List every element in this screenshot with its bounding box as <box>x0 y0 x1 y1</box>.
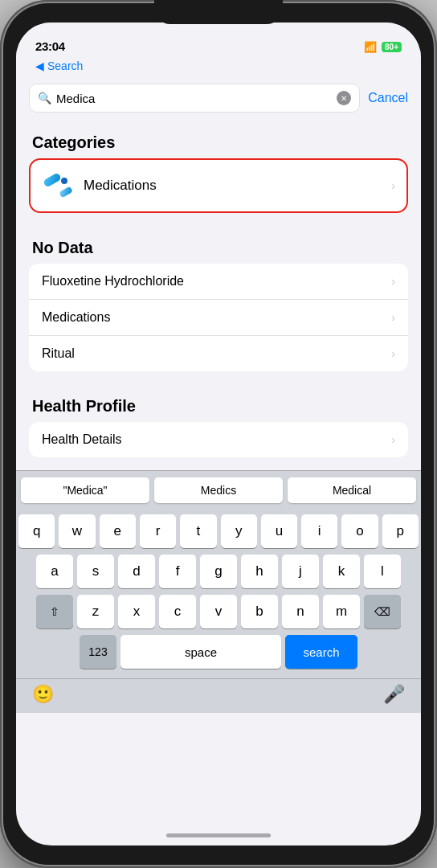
keyboard-suggestions: "Medica" Medics Medical <box>16 470 421 510</box>
delete-key[interactable]: ⌫ <box>364 595 401 628</box>
suggestion-medica[interactable]: "Medica" <box>21 477 149 503</box>
emoji-icon[interactable]: 🙂 <box>32 684 54 705</box>
key-row-2: a s d f g h j k l <box>18 555 419 588</box>
main-content: Categories Medications › No Data Fluoxet… <box>16 121 421 470</box>
phone-frame: 23:04 📶 80+ ◀ Search 🔍 Cancel Categories <box>0 0 437 868</box>
key-j[interactable]: j <box>282 555 319 588</box>
keyboard: q w e r t y u i o p a s d f g h j k <box>16 510 421 678</box>
key-s[interactable]: s <box>77 555 114 588</box>
key-r[interactable]: r <box>140 514 176 548</box>
wifi-icon: 📶 <box>364 41 377 53</box>
home-indicator <box>166 833 271 837</box>
key-u[interactable]: u <box>261 514 297 548</box>
microphone-icon[interactable]: 🎤 <box>383 684 405 705</box>
key-p[interactable]: p <box>382 514 419 548</box>
battery-badge: 80+ <box>382 42 402 52</box>
key-l[interactable]: l <box>364 555 401 588</box>
medications-item[interactable]: Medications › <box>29 299 408 335</box>
key-z[interactable]: z <box>77 595 114 628</box>
key-a[interactable]: a <box>36 555 73 588</box>
chevron-right-icon: › <box>391 433 395 446</box>
key-w[interactable]: w <box>59 514 95 548</box>
ritual-item[interactable]: Ritual › <box>29 335 408 371</box>
numbers-key[interactable]: 123 <box>80 635 116 669</box>
medications-label: Medications <box>42 310 391 325</box>
key-d[interactable]: d <box>118 555 155 588</box>
back-arrow-icon: ◀ <box>35 59 44 72</box>
medications-category-label: Medications <box>84 178 391 194</box>
fluoxetine-label: Fluoxetine Hydrochloride <box>42 274 391 289</box>
status-icons: 📶 80+ <box>364 41 402 53</box>
key-row-1: q w e r t y u i o p <box>18 514 419 548</box>
space-key[interactable]: space <box>120 635 281 669</box>
health-details-item[interactable]: Health Details › <box>29 422 408 457</box>
ritual-label: Ritual <box>42 346 391 361</box>
shift-key[interactable]: ⇧ <box>36 595 73 628</box>
key-m[interactable]: m <box>323 595 360 628</box>
key-b[interactable]: b <box>241 595 278 628</box>
key-k[interactable]: k <box>323 555 360 588</box>
clear-button[interactable] <box>337 91 351 105</box>
suggestion-medics[interactable]: Medics <box>154 477 283 503</box>
key-o[interactable]: o <box>341 514 378 548</box>
fluoxetine-item[interactable]: Fluoxetine Hydrochloride › <box>29 264 408 299</box>
status-time: 23:04 <box>35 39 65 53</box>
key-row-3: ⇧ z x c v b n m ⌫ <box>18 595 419 628</box>
key-i[interactable]: i <box>301 514 337 548</box>
key-x[interactable]: x <box>118 595 155 628</box>
health-details-label: Health Details <box>42 432 391 447</box>
no-data-list: Fluoxetine Hydrochloride › Medications ›… <box>29 264 408 371</box>
health-profile-list: Health Details › <box>29 422 408 457</box>
key-t[interactable]: t <box>180 514 216 548</box>
search-bar-container: 🔍 Cancel <box>16 79 421 121</box>
back-nav[interactable]: ◀ Search <box>16 58 421 79</box>
no-data-header: No Data <box>16 226 421 264</box>
categories-header: Categories <box>16 121 421 158</box>
status-bar: 23:04 📶 80+ <box>16 23 421 58</box>
health-profile-header: Health Profile <box>16 384 421 422</box>
key-q[interactable]: q <box>18 514 55 548</box>
chevron-right-icon: › <box>391 179 395 192</box>
key-row-4: 123 space search <box>18 635 419 669</box>
medications-icon <box>42 170 74 202</box>
key-v[interactable]: v <box>200 595 237 628</box>
key-e[interactable]: e <box>100 514 136 548</box>
search-input-wrapper[interactable]: 🔍 <box>29 84 360 113</box>
bottom-bar: 🙂 🎤 <box>16 678 421 713</box>
search-input[interactable] <box>56 92 332 105</box>
chevron-right-icon: › <box>391 275 395 288</box>
chevron-right-icon: › <box>391 347 395 360</box>
key-g[interactable]: g <box>200 555 237 588</box>
key-y[interactable]: y <box>221 514 257 548</box>
back-label: Search <box>47 59 83 72</box>
key-f[interactable]: f <box>159 555 196 588</box>
suggestion-medical[interactable]: Medical <box>288 477 416 503</box>
chevron-right-icon: › <box>391 311 395 324</box>
key-n[interactable]: n <box>282 595 319 628</box>
search-magnifier-icon: 🔍 <box>38 92 51 104</box>
phone-screen: 23:04 📶 80+ ◀ Search 🔍 Cancel Categories <box>16 23 421 845</box>
key-c[interactable]: c <box>159 595 196 628</box>
notch <box>154 0 283 24</box>
medications-category-item[interactable]: Medications › <box>29 158 408 213</box>
cancel-button[interactable]: Cancel <box>368 91 408 105</box>
key-h[interactable]: h <box>241 555 278 588</box>
search-key[interactable]: search <box>285 635 357 669</box>
